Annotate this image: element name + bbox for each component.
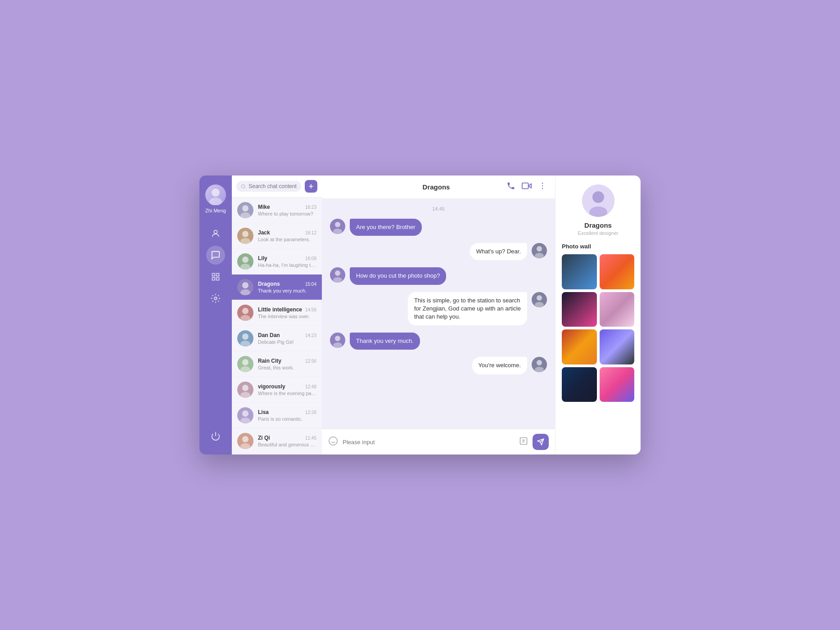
profile-name: Dragons bbox=[584, 221, 612, 229]
chat-item-info: Lily 16:08 Ha-ha-ha, I'm laughing to dea… bbox=[258, 255, 316, 268]
app-window: Zhi Meng bbox=[199, 176, 641, 454]
svg-point-50 bbox=[335, 336, 340, 341]
photo-thumb[interactable] bbox=[600, 367, 635, 402]
photo-thumb[interactable] bbox=[562, 367, 597, 402]
chat-avatar bbox=[237, 279, 253, 295]
chat-item-name: Rain City bbox=[258, 358, 281, 364]
chat-list-item[interactable]: Little intelligence 14:56 The interview … bbox=[232, 300, 322, 326]
user-avatar bbox=[205, 184, 226, 205]
photo-thumb[interactable] bbox=[562, 329, 597, 364]
chat-avatar bbox=[237, 407, 253, 423]
chat-item-info: vigorously 12:48 Where is the evening pa… bbox=[258, 383, 316, 396]
chat-item-time: 16:12 bbox=[305, 230, 316, 235]
chat-item-time: 15:04 bbox=[305, 282, 316, 287]
sidebar-user[interactable]: Zhi Meng bbox=[205, 184, 226, 213]
message-input[interactable] bbox=[343, 439, 515, 446]
emoji-button[interactable] bbox=[328, 436, 338, 448]
svg-point-43 bbox=[333, 229, 342, 234]
svg-point-45 bbox=[535, 253, 544, 258]
chat-list-item[interactable]: vigorously 12:48 Where is the evening pa… bbox=[232, 377, 322, 403]
chat-item-time: 12:48 bbox=[305, 384, 316, 389]
chat-list-item[interactable]: Mike 16:23 Where to play tomorrow? bbox=[232, 198, 322, 223]
photo-thumb[interactable] bbox=[562, 254, 597, 289]
video-icon[interactable] bbox=[522, 181, 532, 193]
right-panel: Dragons Excellent designer Photo wall bbox=[555, 176, 641, 454]
photo-thumb[interactable] bbox=[600, 292, 635, 327]
messages-area: 14:45 Are you there? Brother What's up? … bbox=[322, 199, 555, 429]
chat-list: Mike 16:23 Where to play tomorrow? Jack … bbox=[232, 198, 322, 454]
svg-point-48 bbox=[537, 295, 542, 301]
chat-list-item[interactable]: James 11:03 God, what's the matter with … bbox=[232, 454, 322, 454]
svg-point-7 bbox=[214, 297, 217, 300]
chat-item-preview: Where is the evening party? bbox=[258, 391, 316, 396]
chat-list-item[interactable]: Zi Qi 11:45 Beautiful and generous girl bbox=[232, 428, 322, 454]
svg-rect-38 bbox=[522, 183, 528, 189]
chat-avatar bbox=[237, 433, 253, 449]
svg-point-39 bbox=[542, 183, 543, 184]
chat-list-item[interactable]: Dan Dan 14:23 Delicate Pig Girl bbox=[232, 326, 322, 351]
message-bubble: Are you there? Brother bbox=[350, 219, 422, 236]
chat-item-preview: The interview was over. bbox=[258, 314, 316, 319]
message-avatar bbox=[532, 292, 547, 307]
chat-item-info: Dan Dan 14:23 Delicate Pig Girl bbox=[258, 332, 316, 345]
chat-list-item[interactable]: Jack 16:12 Look at the parameters. bbox=[232, 223, 322, 249]
chat-avatar bbox=[237, 202, 253, 218]
chat-item-preview: Beautiful and generous girl bbox=[258, 442, 316, 447]
svg-point-31 bbox=[242, 436, 248, 442]
chat-item-name: Dragons bbox=[258, 281, 280, 287]
attach-button[interactable] bbox=[519, 436, 528, 448]
add-chat-button[interactable] bbox=[305, 180, 317, 193]
message-avatar bbox=[532, 243, 547, 258]
chat-item-info: Little intelligence 14:56 The interview … bbox=[258, 306, 316, 319]
chat-list-item[interactable]: Rain City 12:56 Great, this work. bbox=[232, 351, 322, 377]
phone-icon[interactable] bbox=[506, 181, 515, 193]
search-box[interactable] bbox=[236, 181, 301, 192]
svg-line-10 bbox=[244, 187, 245, 188]
svg-point-24 bbox=[240, 341, 250, 346]
svg-rect-4 bbox=[217, 274, 219, 276]
chat-list-item[interactable]: Dragons 15:04 Thank you very much. bbox=[232, 274, 322, 300]
svg-marker-37 bbox=[528, 184, 531, 188]
sidebar-item-person[interactable] bbox=[206, 224, 225, 243]
photo-grid bbox=[562, 254, 634, 402]
sidebar-item-grid[interactable] bbox=[206, 267, 225, 286]
search-input[interactable] bbox=[248, 183, 297, 189]
message-row: This is simple, go to the station to sea… bbox=[330, 292, 547, 326]
more-icon[interactable] bbox=[538, 181, 547, 193]
svg-point-21 bbox=[242, 308, 248, 314]
chat-item-name: Mike bbox=[258, 204, 270, 210]
message-bubble: You're welcome. bbox=[472, 357, 528, 374]
photo-thumb[interactable] bbox=[600, 254, 635, 289]
svg-point-32 bbox=[240, 443, 250, 449]
svg-rect-3 bbox=[212, 274, 215, 276]
sidebar-username: Zhi Meng bbox=[205, 208, 226, 213]
chat-item-name: Dan Dan bbox=[258, 332, 280, 338]
chat-item-time: 11:45 bbox=[305, 436, 316, 441]
svg-point-2 bbox=[214, 230, 217, 234]
chat-avatar bbox=[237, 228, 253, 244]
chat-avatar bbox=[237, 382, 253, 398]
svg-point-23 bbox=[242, 333, 248, 340]
send-button[interactable] bbox=[533, 434, 549, 450]
message-avatar bbox=[330, 267, 345, 283]
photo-thumb[interactable] bbox=[600, 329, 635, 364]
svg-point-16 bbox=[240, 238, 250, 244]
chat-list-item[interactable]: Lily 16:08 Ha-ha-ha, I'm laughing to dea… bbox=[232, 249, 322, 274]
chat-item-preview: Paris is so romantic. bbox=[258, 416, 316, 422]
sidebar-nav bbox=[206, 224, 225, 423]
chat-avatar bbox=[237, 305, 253, 321]
chat-list-item[interactable]: Lisa 12:26 Paris is so romantic. bbox=[232, 403, 322, 428]
power-button[interactable] bbox=[206, 427, 225, 446]
message-row: Are you there? Brother bbox=[330, 219, 547, 236]
chat-item-preview: Look at the parameters. bbox=[258, 237, 316, 242]
message-bubble: Thank you very much. bbox=[350, 333, 420, 350]
photo-thumb[interactable] bbox=[562, 292, 597, 327]
sidebar-item-settings[interactable] bbox=[206, 289, 225, 308]
svg-point-19 bbox=[242, 282, 248, 288]
sidebar-item-chat[interactable] bbox=[206, 246, 225, 265]
svg-rect-5 bbox=[212, 278, 215, 280]
svg-point-22 bbox=[240, 315, 250, 321]
chat-item-name: Jack bbox=[258, 230, 270, 236]
chat-item-name: Lisa bbox=[258, 409, 269, 415]
message-row: Thank you very much. bbox=[330, 333, 547, 350]
